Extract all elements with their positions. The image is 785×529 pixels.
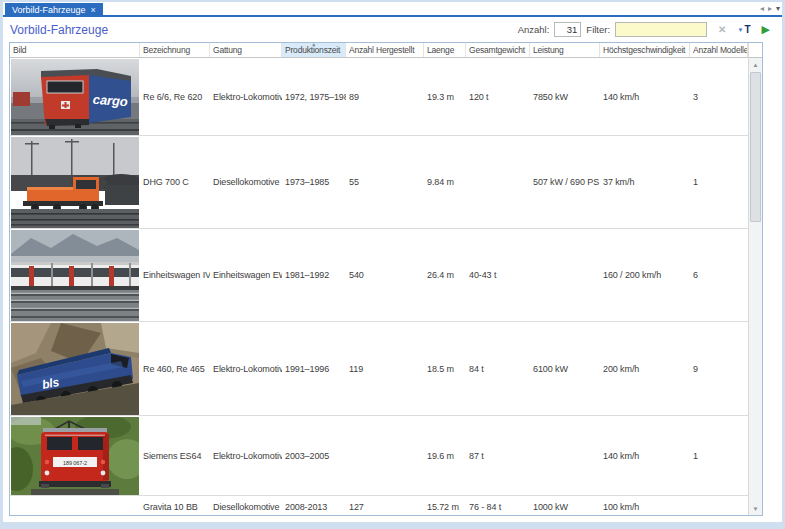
cell-bezeichnung: Re 6/6, Re 620 [140,58,210,135]
column-header-leistung[interactable]: Leistung [530,43,600,57]
cell-bild [10,136,140,228]
run-icon[interactable]: ▶ [762,24,770,35]
column-header-hoechstgeschwindigkeit[interactable]: Höchstgeschwindigkeit [600,43,690,57]
photo-red-db-electric-locomotive: 189 067-2 [11,417,139,495]
scrollbar-thumb[interactable] [750,72,761,222]
scroll-up-icon[interactable]: ▲ [749,58,762,71]
cell-leistung [530,229,600,321]
photo-orange-diesel-shunter [11,137,139,228]
scrollbar-header-spacer [749,43,762,58]
cell-leistung [530,416,600,495]
tab-close-icon[interactable]: × [91,6,96,15]
cell-laenge: 19.3 m [424,58,466,135]
tab-vorbild-fahrzeuge[interactable]: Vorbild-Fahrzeuge × [5,3,103,17]
app-window: Vorbild-Fahrzeuge × ◂ ▸ ▾ Vorbild-Fahrze… [0,0,785,529]
cell-hoechstgeschwindigkeit: 37 km/h [600,136,690,228]
column-header-gattung[interactable]: Gattung [210,43,282,57]
svg-text:cargo: cargo [92,91,128,108]
column-header-bezeichnung[interactable]: Bezeichnung [140,43,210,57]
cell-bezeichnung: Siemens ES64 [140,416,210,495]
cell-produktionszeit: 2008-2013 [282,496,346,515]
clear-filter-icon[interactable]: ✕ [718,25,726,35]
tab-nav: ◂ ▸ ▾ [760,4,780,13]
table-row[interactable]: bls Re 460, Re 465 Elektro-Lokomotive 19… [10,322,748,416]
count-label: Anzahl: [518,24,550,35]
cell-anzahl-modelle: 1 [690,136,748,228]
tab-list-dropdown-icon[interactable]: ▾ [776,4,780,13]
count-value: 31 [554,22,581,37]
cell-hoechstgeschwindigkeit: 100 km/h [600,496,690,515]
cell-anzahl-modelle: 9 [690,322,748,415]
filter-icon[interactable]: ▼T [737,25,750,35]
column-header-bild[interactable]: Bild [10,43,140,57]
table-header-row: Bild Bezeichnung Gattung ▲Produktionszei… [10,43,748,58]
cell-anzahl-modelle: 6 [690,229,748,321]
column-header-anzahl-hergestellt[interactable]: Anzahl Hergestellt [346,43,424,57]
cell-gesamtgewicht: 87 t [466,416,530,495]
cell-gesamtgewicht: 76 - 84 t [466,496,530,515]
vertical-scrollbar-rail: ▲ ▼ [748,43,762,515]
table-main: Bild Bezeichnung Gattung ▲Produktionszei… [10,43,748,515]
toolbar-controls: Anzahl: 31 Filter: ✕ ▼T ▶ [518,22,770,37]
vehicle-table: Bild Bezeichnung Gattung ▲Produktionszei… [9,42,763,516]
table-row[interactable]: 189 067-2 Siemens ES64 Elektro-Lokom [10,416,748,496]
cell-laenge: 18.5 m [424,322,466,415]
cell-bild: 189 067-2 [10,416,140,495]
cell-bezeichnung: Einheitswagen IV [140,229,210,321]
cell-produktionszeit: 1991–1996 [282,322,346,415]
cell-bild [10,229,140,321]
filter-input[interactable] [615,22,707,37]
vertical-scrollbar[interactable]: ▲ ▼ [749,58,762,515]
cell-anzahl-modelle: 1 [690,416,748,495]
cell-anzahl-hergestellt: 119 [346,322,424,415]
tab-scroll-left-icon[interactable]: ◂ [760,4,764,13]
cell-gesamtgewicht [466,136,530,228]
cell-anzahl-modelle [690,496,748,515]
cell-gattung: Einheitswagen EW IV [210,229,282,321]
cell-hoechstgeschwindigkeit: 160 / 200 km/h [600,229,690,321]
cell-gattung: Diesellokomotive [210,496,282,515]
column-header-laenge[interactable]: Laenge [424,43,466,57]
cell-leistung: 6100 kW [530,322,600,415]
cell-produktionszeit: 1972, 1975–1980 [282,58,346,135]
column-header-gesamtgewicht[interactable]: Gesamtgewicht [466,43,530,57]
table-row[interactable]: Einheitswagen IV Einheitswagen EW IV 198… [10,229,748,322]
toolbar: Vorbild-Fahrzeuge Anzahl: 31 Filter: ✕ ▼… [3,17,782,42]
cell-bezeichnung: Re 460, Re 465 [140,322,210,415]
photo-white-red-passenger-coaches [11,230,139,321]
cell-gattung: Elektro-Lokomotive [210,58,282,135]
photo-red-sbb-cargo-electric-locomotive: cargo [11,59,139,135]
cell-anzahl-hergestellt: 127 [346,496,424,515]
column-header-produktionszeit[interactable]: ▲Produktionszeit [282,43,346,57]
cell-gesamtgewicht: 84 t [466,322,530,415]
filter-label: Filter: [586,24,610,35]
cell-laenge: 26.4 m [424,229,466,321]
cell-hoechstgeschwindigkeit: 200 km/h [600,322,690,415]
table-body: cargo Re 6/6, Re 620 Elektro-Lokomotive … [10,58,748,515]
table-row[interactable]: DHG 700 C Diesellokomotive 1973–1985 55 … [10,136,748,229]
cell-gesamtgewicht: 120 t [466,58,530,135]
cell-bild [10,496,140,515]
cell-hoechstgeschwindigkeit: 140 km/h [600,416,690,495]
cell-bezeichnung: Gravita 10 BB [140,496,210,515]
cell-produktionszeit: 1973–1985 [282,136,346,228]
cell-hoechstgeschwindigkeit: 140 km/h [600,58,690,135]
cell-bezeichnung: DHG 700 C [140,136,210,228]
cell-laenge: 19.6 m [424,416,466,495]
cell-leistung: 7850 kW [530,58,600,135]
table-row[interactable]: Gravita 10 BB Diesellokomotive 2008-2013… [10,496,748,515]
filter-letter-glyph: T [744,25,750,35]
cell-anzahl-hergestellt: 540 [346,229,424,321]
cell-gesamtgewicht: 40-43 t [466,229,530,321]
tab-scroll-right-icon[interactable]: ▸ [768,4,772,13]
cell-produktionszeit: 1981–1992 [282,229,346,321]
filter-arrow-glyph: ▼ [737,27,743,33]
column-header-anzahl-modelle[interactable]: Anzahl Modelle [690,43,748,57]
cell-bild: bls [10,322,140,415]
sort-ascending-icon: ▲ [311,43,316,47]
cell-anzahl-hergestellt: 89 [346,58,424,135]
tab-label: Vorbild-Fahrzeuge [12,5,86,15]
table-row[interactable]: cargo Re 6/6, Re 620 Elektro-Lokomotive … [10,58,748,136]
scroll-down-icon[interactable]: ▼ [749,502,762,515]
photo-blue-bls-electric-locomotive: bls [11,323,139,415]
